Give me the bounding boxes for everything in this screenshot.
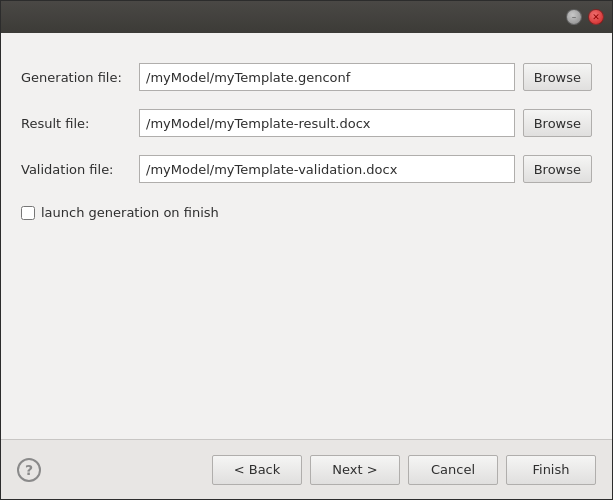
launch-checkbox[interactable]: [21, 206, 35, 220]
checkbox-label[interactable]: launch generation on finish: [41, 205, 219, 220]
close-button[interactable]: ✕: [588, 9, 604, 25]
browse-button-0[interactable]: Browse: [523, 63, 592, 91]
next-button[interactable]: Next >: [310, 455, 400, 485]
minimize-button[interactable]: –: [566, 9, 582, 25]
field-row-0: Generation file:Browse: [21, 63, 592, 91]
field-row-1: Result file:Browse: [21, 109, 592, 137]
field-label-1: Result file:: [21, 116, 131, 131]
titlebar: – ✕: [1, 1, 612, 33]
field-input-0[interactable]: [139, 63, 515, 91]
checkbox-row: launch generation on finish: [21, 205, 592, 220]
browse-button-2[interactable]: Browse: [523, 155, 592, 183]
window: – ✕ Generation file:BrowseResult file:Br…: [0, 0, 613, 500]
minimize-icon: –: [572, 12, 577, 22]
field-input-2[interactable]: [139, 155, 515, 183]
cancel-button[interactable]: Cancel: [408, 455, 498, 485]
back-button[interactable]: < Back: [212, 455, 302, 485]
help-icon: ?: [25, 462, 33, 478]
field-row-2: Validation file:Browse: [21, 155, 592, 183]
button-group: < Back Next > Cancel Finish: [212, 455, 596, 485]
finish-button[interactable]: Finish: [506, 455, 596, 485]
field-label-2: Validation file:: [21, 162, 131, 177]
close-icon: ✕: [592, 12, 600, 22]
field-label-0: Generation file:: [21, 70, 131, 85]
browse-button-1[interactable]: Browse: [523, 109, 592, 137]
content-area: Generation file:BrowseResult file:Browse…: [1, 33, 612, 439]
bottom-bar: ? < Back Next > Cancel Finish: [1, 439, 612, 499]
field-input-1[interactable]: [139, 109, 515, 137]
help-button[interactable]: ?: [17, 458, 41, 482]
